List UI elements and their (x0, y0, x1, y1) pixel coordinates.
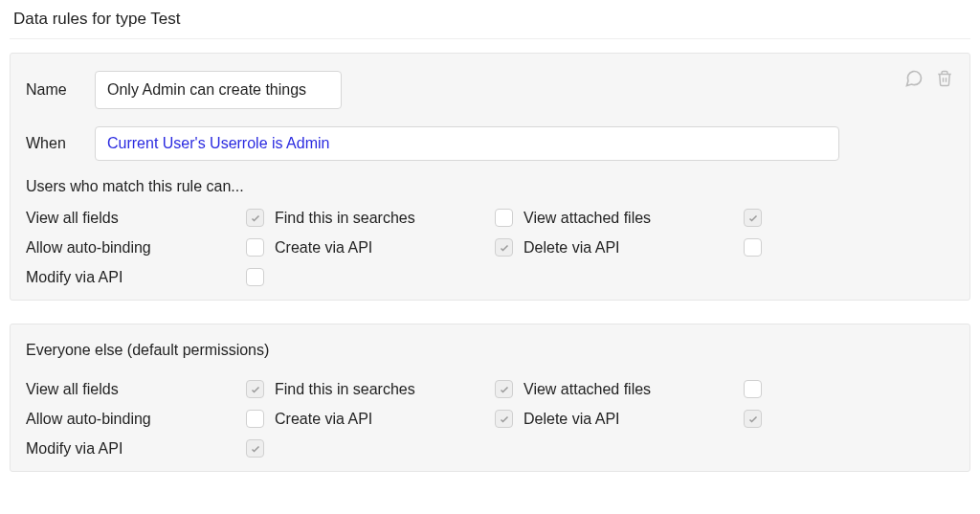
perm-label-autobind: Allow auto-binding (26, 411, 246, 428)
name-input[interactable] (95, 71, 342, 109)
perm-checkbox-autobind[interactable] (246, 410, 264, 428)
perm-checkbox-find[interactable] (495, 209, 513, 227)
perm-checkbox-find[interactable] (495, 380, 513, 398)
perm-checkbox-view-all[interactable] (246, 380, 264, 398)
perm-label-create-api: Create via API (275, 239, 495, 257)
defaults-panel: Everyone else (default permissions) View… (10, 324, 970, 472)
perm-label-modify-api: Modify via API (26, 440, 246, 458)
perm-checkbox-create-api[interactable] (495, 410, 513, 428)
comment-icon[interactable] (904, 69, 924, 88)
defaults-permissions-grid: View all fields Find this in searches Vi… (26, 380, 954, 458)
perm-checkbox-autobind[interactable] (246, 238, 264, 257)
perm-label-delete-api: Delete via API (523, 411, 744, 428)
when-row: When Current User's Userrole is Admin (26, 126, 954, 161)
page-title: Data rules for type Test (10, 8, 970, 39)
name-label: Name (26, 81, 95, 99)
rule-panel: Name When Current User's Userrole is Adm… (10, 53, 970, 301)
perm-label-delete-api: Delete via API (523, 239, 744, 257)
perm-checkbox-delete-api[interactable] (744, 410, 762, 428)
rule-subheading: Users who match this rule can... (26, 178, 954, 195)
perm-checkbox-view-files[interactable] (744, 209, 762, 227)
perm-label-find: Find this in searches (275, 381, 495, 398)
defaults-subheading: Everyone else (default permissions) (26, 342, 954, 359)
perm-label-modify-api: Modify via API (26, 269, 246, 286)
perm-label-create-api: Create via API (275, 411, 495, 428)
perm-checkbox-view-files[interactable] (744, 380, 762, 398)
perm-label-view-files: View attached files (523, 381, 744, 398)
when-input[interactable]: Current User's Userrole is Admin (95, 126, 839, 161)
perm-checkbox-modify-api[interactable] (246, 439, 264, 458)
perm-checkbox-delete-api[interactable] (744, 238, 762, 257)
perm-label-find: Find this in searches (275, 210, 495, 227)
perm-label-view-all: View all fields (26, 210, 246, 227)
permissions-grid: View all fields Find this in searches Vi… (26, 209, 954, 286)
name-row: Name (26, 71, 954, 109)
perm-label-view-all: View all fields (26, 381, 246, 398)
trash-icon[interactable] (935, 69, 954, 88)
perm-checkbox-modify-api[interactable] (246, 268, 264, 286)
perm-checkbox-view-all[interactable] (246, 209, 264, 227)
perm-label-autobind: Allow auto-binding (26, 239, 246, 257)
perm-label-view-files: View attached files (523, 210, 744, 227)
perm-checkbox-create-api[interactable] (495, 238, 513, 257)
when-label: When (26, 135, 95, 152)
